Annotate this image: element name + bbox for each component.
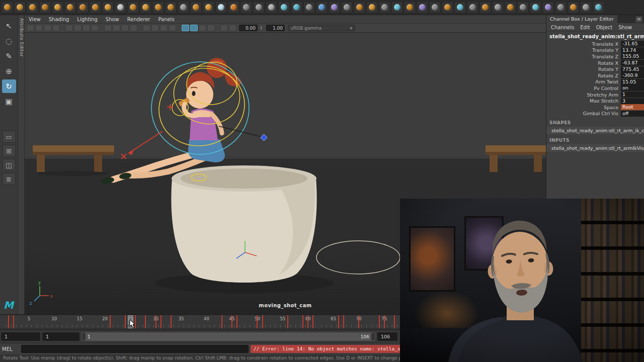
- shelf-tool-icon-6[interactable]: [64, 2, 76, 13]
- shelf-tool-icon-47[interactable]: [580, 2, 592, 13]
- gamma-field[interactable]: 1.00: [266, 25, 285, 31]
- viewport-menu-renderer[interactable]: Renderer: [123, 17, 154, 22]
- shelf-tool-icon-35[interactable]: [429, 2, 441, 13]
- viewport-tool-icon-13[interactable]: [143, 25, 150, 31]
- channel-value-field[interactable]: -31.65: [621, 41, 644, 47]
- channel-value-field[interactable]: off: [621, 111, 644, 117]
- shelf-tool-icon-31[interactable]: [379, 2, 390, 13]
- channel-value-field[interactable]: 13.74: [621, 47, 644, 53]
- view-transform-dropdown[interactable]: sRGB gamma: [288, 25, 355, 31]
- single-pane-layout[interactable]: ▭: [3, 131, 16, 143]
- keyframe-tick[interactable]: [302, 315, 303, 328]
- channel-value-field[interactable]: 15.05: [621, 79, 644, 85]
- shelf-tool-icon-17[interactable]: [203, 2, 214, 13]
- viewport-tool-icon-17[interactable]: [182, 25, 189, 31]
- keyframe-tick[interactable]: [155, 315, 156, 328]
- channel-label[interactable]: Space: [546, 105, 621, 110]
- keyframe-tick[interactable]: [8, 315, 9, 328]
- scale-tool[interactable]: ▣: [2, 95, 16, 108]
- exposure-field[interactable]: 0.00: [239, 25, 258, 31]
- attribute-editor-tab[interactable]: Attribute Editor: [18, 15, 25, 314]
- viewport-tool-icon-16[interactable]: [169, 25, 176, 31]
- shelf-tool-icon-37[interactable]: [454, 2, 466, 13]
- shelf-tool-icon-30[interactable]: [366, 2, 378, 13]
- command-line-mode-button[interactable]: MEL: [2, 346, 19, 352]
- channel-label[interactable]: Pv Control: [546, 85, 621, 91]
- viewport-tool-icon-14[interactable]: [151, 25, 159, 31]
- channel-value-field[interactable]: on: [621, 85, 644, 91]
- pot[interactable]: [171, 165, 316, 283]
- shelf-tool-icon-13[interactable]: [152, 2, 164, 13]
- shapes-node-item[interactable]: stella_shot_ready_anim:stl_rt_arm_ik_ct: [546, 127, 644, 134]
- keyframe-tick[interactable]: [236, 315, 237, 328]
- keyframe-tick[interactable]: [384, 315, 385, 328]
- channel-menu-edit[interactable]: Edit: [577, 25, 593, 30]
- shelf-tool-icon-2[interactable]: [14, 2, 26, 13]
- command-line-input[interactable]: [21, 345, 249, 353]
- channel-value-field[interactable]: -63.87: [621, 60, 644, 66]
- inputs-node-item[interactable]: stella_shot_ready_anim:stl_rt_armIkVis_: [546, 144, 644, 152]
- shelf-tool-icon-44[interactable]: [542, 2, 554, 13]
- shelf-tool-icon-45[interactable]: [555, 2, 567, 13]
- lasso-select-tool[interactable]: ◌: [2, 34, 16, 48]
- channel-value-field[interactable]: 775.45: [621, 66, 644, 72]
- keyframe-tick[interactable]: [171, 315, 172, 328]
- channel-label[interactable]: Rotate Z: [546, 73, 621, 78]
- keyframe-tick[interactable]: [257, 315, 258, 328]
- shelf-tool-icon-28[interactable]: [341, 2, 353, 13]
- paint-select-tool[interactable]: ✎: [2, 49, 16, 63]
- channel-label[interactable]: Rotate Y: [546, 66, 621, 72]
- viewport-tool-icon-8[interactable]: [91, 25, 99, 31]
- shelf-tool-icon-9[interactable]: [102, 2, 114, 13]
- shelf-tool-icon-48[interactable]: [593, 2, 604, 13]
- bench-left[interactable]: [33, 145, 114, 176]
- keyframe-tick[interactable]: [221, 315, 222, 328]
- viewport-tool-icon-18[interactable]: [190, 25, 198, 31]
- viewport-tool-icon-5[interactable]: [65, 25, 73, 31]
- keyframe-tick[interactable]: [307, 315, 308, 328]
- channel-label[interactable]: Translate Y: [546, 47, 621, 53]
- shelf-tool-icon-14[interactable]: [165, 2, 177, 13]
- playback-start-field[interactable]: 1: [42, 332, 79, 341]
- channel-menu-channels[interactable]: Channels: [548, 25, 577, 30]
- channel-label[interactable]: Translate Z: [546, 54, 621, 59]
- keyframe-tick[interactable]: [125, 315, 126, 328]
- select-tool[interactable]: ↖: [2, 19, 16, 33]
- shelf-tool-icon-27[interactable]: [329, 2, 340, 13]
- viewport-menu-lighting[interactable]: Lighting: [73, 17, 101, 22]
- pole-vector-handle[interactable]: [219, 126, 267, 141]
- shelf-tool-icon-10[interactable]: [115, 2, 126, 13]
- keyframe-tick[interactable]: [145, 315, 146, 328]
- shelf-tool-icon-39[interactable]: [479, 2, 491, 13]
- keyframe-tick[interactable]: [231, 315, 232, 328]
- viewport-tool-icon-10[interactable]: [113, 25, 120, 31]
- shelf-tool-icon-5[interactable]: [52, 2, 63, 13]
- shelf-tool-icon-32[interactable]: [391, 2, 403, 13]
- viewport-tool-icon-11[interactable]: [121, 25, 129, 31]
- shelf-tool-icon-11[interactable]: [127, 2, 139, 13]
- shelf-tool-icon-23[interactable]: [278, 2, 290, 13]
- channel-settings-icon[interactable]: ≡: [635, 16, 642, 23]
- channel-value-field[interactable]: -360.9: [621, 72, 644, 78]
- shelf-tool-icon-29[interactable]: [354, 2, 365, 13]
- channel-value-field[interactable]: Root: [621, 104, 644, 110]
- channel-menu-show[interactable]: Show: [615, 25, 635, 30]
- red-axis-handle[interactable]: [121, 104, 173, 159]
- channel-value-field[interactable]: 155.05: [621, 53, 644, 59]
- shelf-tool-icon-36[interactable]: [442, 2, 453, 13]
- viewport-tool-icon-19[interactable]: [199, 25, 206, 31]
- animation-start-field[interactable]: 1: [1, 332, 40, 341]
- viewport-menu-show[interactable]: Show: [102, 17, 123, 22]
- shelf-tool-icon-40[interactable]: [492, 2, 504, 13]
- keyframe-tick[interactable]: [13, 315, 14, 328]
- bench-right[interactable]: [486, 145, 546, 172]
- shelf-tool-icon-26[interactable]: [316, 2, 328, 13]
- shelf-tool-icon-19[interactable]: [228, 2, 239, 13]
- channel-box-tab[interactable]: Channel Box / Layer Editor: [546, 15, 617, 23]
- channel-label[interactable]: Arm Twist: [546, 79, 621, 84]
- shelf-tool-icon-43[interactable]: [530, 2, 541, 13]
- viewport-menu-view[interactable]: View: [25, 17, 45, 22]
- shelf-tool-icon-41[interactable]: [505, 2, 516, 13]
- channel-menu-object[interactable]: Object: [593, 25, 616, 30]
- keyframe-tick[interactable]: [343, 315, 344, 328]
